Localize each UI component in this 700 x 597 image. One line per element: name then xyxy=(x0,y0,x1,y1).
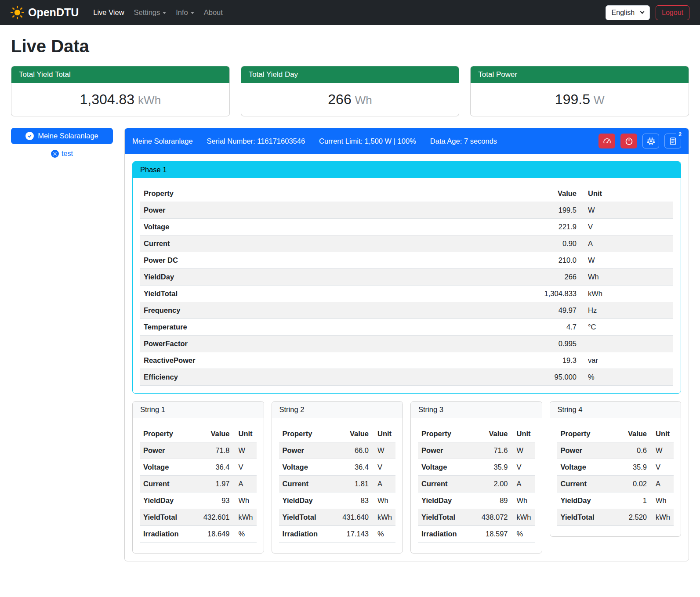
value-cell: 95.000 xyxy=(403,369,580,386)
limit-settings-button[interactable] xyxy=(598,134,615,148)
unit-cell: % xyxy=(372,526,395,543)
property-cell: YieldTotal xyxy=(279,509,332,526)
table-row: Power 66.0 W xyxy=(279,442,396,459)
unit-cell: W xyxy=(511,442,535,459)
nav-item-live-view[interactable]: Live View xyxy=(88,5,129,20)
value-header: Value xyxy=(332,426,372,442)
value-cell: 66.0 xyxy=(332,442,372,459)
value-cell: 71.8 xyxy=(193,442,233,459)
unit-header: Unit xyxy=(233,426,257,442)
property-cell: Power DC xyxy=(140,252,403,269)
card-total-power: Total Power 199.5W xyxy=(470,66,689,116)
value-header: Value xyxy=(403,185,580,202)
phase-card: Phase 1 Property Value Unit xyxy=(132,161,681,394)
unit-cell: A xyxy=(511,476,535,492)
page-title: Live Data xyxy=(11,36,689,56)
property-cell: YieldDay xyxy=(140,492,193,509)
table-row: Voltage 35.9 V xyxy=(557,459,674,476)
main-nav: Live View Settings Info About xyxy=(88,5,228,20)
property-cell: Voltage xyxy=(140,219,403,235)
table-row: YieldTotal 2.520 kWh xyxy=(557,509,674,526)
string-card-2: String 2 Property Value Unit xyxy=(272,401,403,554)
table-row: YieldTotal 431.640 kWh xyxy=(279,509,396,526)
unit-cell: V xyxy=(372,459,395,476)
string-2-table: Property Value Unit Power 66.0 W Voltage… xyxy=(279,426,396,543)
card-value: 1,304.83 xyxy=(80,91,135,107)
unit-cell: kWh xyxy=(650,509,674,526)
string-4-table: Property Value Unit Power 0.6 W Voltage … xyxy=(557,426,674,526)
property-header: Property xyxy=(418,426,471,442)
inverter-card: Meine Solaranlage Serial Number: 1161716… xyxy=(124,128,689,561)
unit-cell: V xyxy=(650,459,674,476)
event-count-badge: 2 xyxy=(676,130,684,139)
string-3-table: Property Value Unit Power 71.6 W Voltage… xyxy=(418,426,535,543)
value-cell: 36.4 xyxy=(193,459,233,476)
event-log-button[interactable]: 2 xyxy=(664,134,681,148)
journal-list-icon xyxy=(669,137,677,145)
value-cell: 1.97 xyxy=(193,476,233,492)
inverter-select-label: Meine Solaranlage xyxy=(38,132,98,140)
property-cell: Voltage xyxy=(418,459,471,476)
table-row: Voltage 36.4 V xyxy=(140,459,257,476)
value-cell: 71.6 xyxy=(471,442,511,459)
unit-header: Unit xyxy=(372,426,395,442)
logout-button[interactable]: Logout xyxy=(656,5,689,20)
language-select[interactable]: English xyxy=(606,5,650,20)
property-cell: YieldTotal xyxy=(418,509,471,526)
unit-cell: W xyxy=(372,442,395,459)
value-cell: 431.640 xyxy=(332,509,372,526)
table-row: Power 71.8 W xyxy=(140,442,257,459)
inverter-serial: Serial Number: 116171603546 xyxy=(207,137,305,145)
property-cell: Voltage xyxy=(140,459,193,476)
value-cell: 35.9 xyxy=(610,459,650,476)
inverter-select-meine-solaranlage[interactable]: Meine Solaranlage xyxy=(11,128,113,144)
chevron-down-icon xyxy=(640,10,645,14)
table-row: YieldDay 89 Wh xyxy=(418,492,535,509)
nav-item-info[interactable]: Info xyxy=(171,5,199,20)
value-cell: 49.97 xyxy=(403,302,580,319)
table-row: Power DC 210.0 W xyxy=(140,252,673,269)
unit-cell: W xyxy=(650,442,674,459)
property-cell: Power xyxy=(140,442,193,459)
string-card-4: String 4 Property Value Unit xyxy=(550,401,682,537)
property-cell: YieldDay xyxy=(140,269,403,286)
property-cell: Voltage xyxy=(279,459,332,476)
table-row: Current 0.02 A xyxy=(557,476,674,492)
table-row: Current 1.81 A xyxy=(279,476,396,492)
table-header-row: Property Value Unit xyxy=(140,426,257,442)
card-unit: W xyxy=(594,94,605,107)
value-cell: 36.4 xyxy=(332,459,372,476)
value-header: Value xyxy=(610,426,650,442)
table-row: YieldDay 83 Wh xyxy=(279,492,396,509)
property-cell: YieldTotal xyxy=(140,286,403,302)
table-header-row: Property Value Unit xyxy=(140,185,673,202)
string-cards: String 1 Property Value Unit xyxy=(132,401,681,554)
property-cell: Temperature xyxy=(140,319,403,336)
property-cell: YieldDay xyxy=(279,492,332,509)
value-cell: 35.9 xyxy=(471,459,511,476)
unit-cell: V xyxy=(511,459,535,476)
table-row: YieldDay 1 Wh xyxy=(557,492,674,509)
property-cell: YieldTotal xyxy=(557,509,610,526)
table-row: Power 71.6 W xyxy=(418,442,535,459)
value-header: Value xyxy=(471,426,511,442)
table-row: ReactivePower 19.3 var xyxy=(140,352,673,369)
string-card-3: String 3 Property Value Unit xyxy=(410,401,542,554)
unit-cell: kWh xyxy=(233,509,257,526)
value-cell: 210.0 xyxy=(403,252,580,269)
nav-item-settings[interactable]: Settings xyxy=(129,5,171,20)
unit-cell: Wh xyxy=(233,492,257,509)
power-button[interactable] xyxy=(620,134,637,148)
device-info-button[interactable] xyxy=(642,134,659,148)
table-row: Voltage 35.9 V xyxy=(418,459,535,476)
property-header: Property xyxy=(279,426,332,442)
value-cell: 1,304.833 xyxy=(403,286,580,302)
value-cell: 17.143 xyxy=(332,526,372,543)
value-cell: 0.995 xyxy=(403,336,580,352)
nav-item-about[interactable]: About xyxy=(199,5,228,20)
inverter-select-test[interactable]: test xyxy=(11,150,113,158)
unit-cell: A xyxy=(650,476,674,492)
value-cell: 18.597 xyxy=(471,526,511,543)
unit-cell: % xyxy=(233,526,257,543)
brand-logo[interactable]: OpenDTU xyxy=(11,6,79,19)
